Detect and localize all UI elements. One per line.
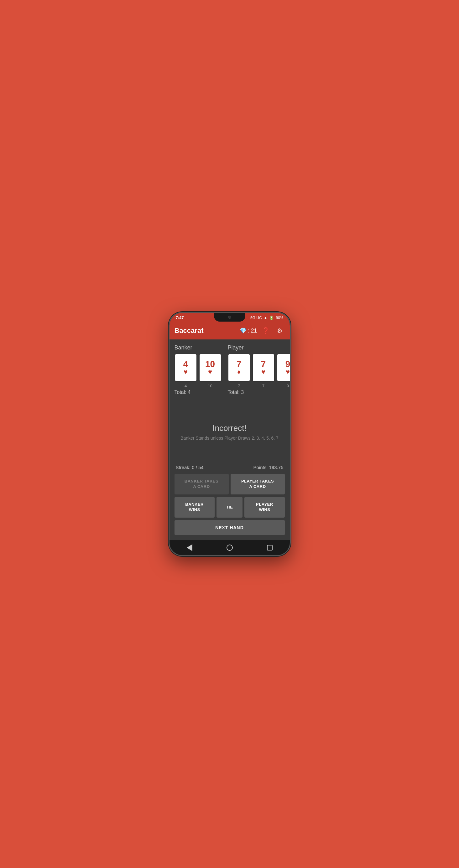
result-detail: Banker Stands unless Player Draws 2, 3, … [180, 436, 279, 441]
settings-icon: ⚙ [277, 327, 283, 334]
banker-card-1-label: 4 [174, 383, 197, 388]
player-card-2-label: 7 [252, 383, 275, 388]
player-card-3-value: 9 [285, 360, 290, 369]
gem-icon: 💎 [240, 327, 247, 334]
player-card-2-suit: ♥ [261, 369, 265, 375]
help-button[interactable]: ❓ [261, 326, 271, 336]
nav-back-button[interactable] [184, 543, 195, 552]
wins-row: BANKERWINS TIE PLAYERWINS [174, 497, 285, 518]
result-area: Incorrect! Banker Stands unless Player D… [174, 399, 285, 465]
banker-card-1: 4 ♥ [174, 353, 197, 382]
battery-level: 90% [276, 316, 283, 320]
gem-colon: : [248, 328, 249, 334]
player-card-2: 7 ♥ [252, 353, 275, 382]
banker-card-2-label: 10 [199, 383, 222, 388]
banker-card-2-suit: ♥ [208, 369, 212, 375]
player-card-1: 7 ♦ [228, 353, 250, 382]
cards-row: Banker 4 ♥ 10 ♥ 4 10 Total: 4 [174, 344, 285, 395]
app-bar-actions: 💎 : 21 ❓ ⚙ [240, 326, 285, 336]
streak-stat: Streak: 0 / 54 [176, 465, 204, 470]
result-heading: Incorrect! [212, 423, 246, 433]
player-hand: Player 7 ♦ 7 ♥ 9 ♥ 7 [228, 344, 291, 395]
status-time: 7:47 [176, 315, 184, 320]
player-card-1-suit: ♦ [237, 369, 240, 375]
banker-wins-button[interactable]: BANKERWINS [174, 497, 214, 518]
gem-value: 21 [251, 328, 257, 334]
player-takes-card-button[interactable]: PLAYER TAKESA CARD [231, 474, 285, 494]
player-cards-container: 7 ♦ 7 ♥ 9 ♥ [228, 353, 291, 382]
banker-card-2-value: 10 [205, 360, 215, 369]
camera [228, 316, 231, 319]
recent-icon [267, 545, 272, 551]
next-hand-button[interactable]: NEXT HAND [174, 520, 285, 535]
banker-takes-card-button[interactable]: BANKER TAKESA CARD [174, 474, 229, 494]
app-title: Baccarat [174, 327, 204, 335]
banker-total: Total: 4 [174, 390, 222, 395]
player-total: Total: 3 [228, 390, 291, 395]
gem-score-container: 💎 : 21 [240, 327, 257, 334]
player-card-1-label: 7 [228, 383, 250, 388]
takes-card-row: BANKER TAKESA CARD PLAYER TAKESA CARD [174, 474, 285, 494]
status-right: 5G UC ▲ 🔋 90% [250, 316, 284, 320]
banker-label: Banker [174, 344, 222, 351]
main-content: Banker 4 ♥ 10 ♥ 4 10 Total: 4 [170, 339, 290, 540]
phone-device: 7:47 5G UC ▲ 🔋 90% Baccarat 💎 : 21 ❓ ⚙ [169, 312, 291, 556]
nav-recent-button[interactable] [264, 543, 276, 552]
battery-icon: 🔋 [269, 316, 274, 320]
stats-row: Streak: 0 / 54 Points: 193.75 [174, 465, 285, 470]
player-card-2-value: 7 [261, 360, 266, 369]
help-icon: ❓ [262, 327, 270, 334]
player-card-1-value: 7 [236, 360, 241, 369]
banker-card-1-suit: ♥ [183, 369, 188, 375]
player-label: Player [228, 344, 291, 351]
phone-notch [214, 313, 245, 321]
banker-card-2: 10 ♥ [199, 353, 222, 382]
banker-hand: Banker 4 ♥ 10 ♥ 4 10 Total: 4 [174, 344, 222, 395]
home-icon [227, 545, 233, 551]
player-card-3-suit: ♥ [286, 369, 290, 375]
app-bar: Baccarat 💎 : 21 ❓ ⚙ [170, 322, 290, 339]
tie-button[interactable]: TIE [217, 497, 242, 518]
player-card-3-label: 9 [277, 383, 291, 388]
player-wins-button[interactable]: PLAYERWINS [245, 497, 285, 518]
network-indicator: 5G UC [250, 316, 262, 320]
settings-button[interactable]: ⚙ [275, 326, 285, 336]
banker-cards-container: 4 ♥ 10 ♥ [174, 353, 222, 382]
nav-home-button[interactable] [224, 543, 235, 552]
player-card-3: 9 ♥ [277, 353, 291, 382]
banker-card-1-value: 4 [183, 360, 188, 369]
points-stat: Points: 193.75 [254, 465, 284, 470]
nav-bar [170, 540, 290, 555]
signal-icon: ▲ [264, 316, 267, 320]
back-icon [187, 544, 192, 551]
